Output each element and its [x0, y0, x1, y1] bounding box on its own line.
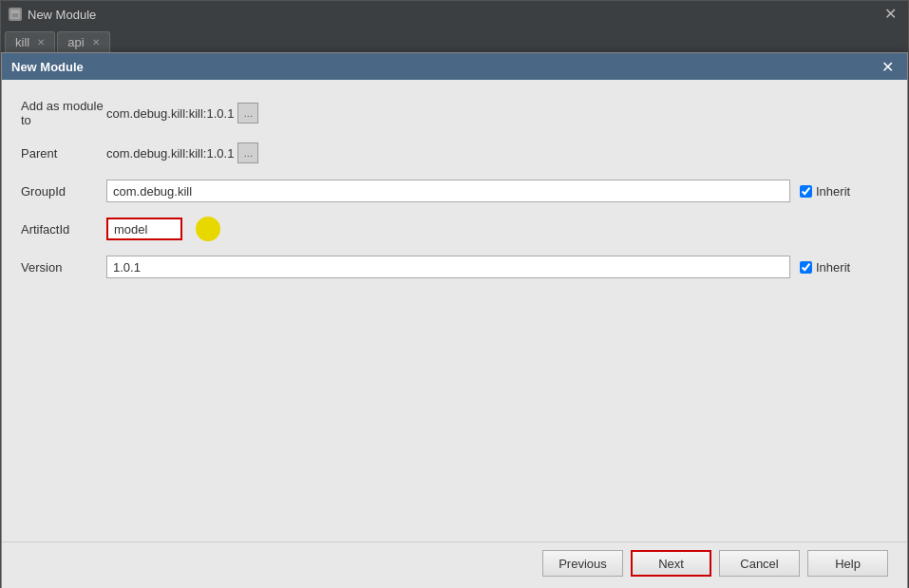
groupid-row: GroupId Inherit	[21, 179, 888, 203]
parent-value: com.debug.kill:kill:1.0.1	[106, 146, 234, 161]
groupid-label: GroupId	[21, 184, 106, 199]
tab-kill[interactable]: kill ✕	[5, 31, 55, 52]
parent-row: Parent com.debug.kill:kill:1.0.1 ...	[21, 141, 888, 165]
parent-browse-button[interactable]: ...	[237, 142, 258, 163]
add-as-module-label: Add as module to	[21, 99, 106, 127]
version-inherit-checkbox[interactable]	[800, 261, 812, 274]
add-as-module-row: Add as module to com.debug.kill:kill:1.0…	[21, 99, 888, 127]
new-module-dialog: New Module ✕ Add as module to com.debug.…	[1, 52, 908, 588]
dialog-title-bar: New Module ✕	[2, 53, 907, 80]
artifactid-input[interactable]	[106, 218, 182, 240]
parent-value-group: com.debug.kill:kill:1.0.1 ...	[106, 142, 888, 163]
add-as-module-value: com.debug.kill:kill:1.0.1	[106, 106, 234, 121]
tab-api-label: api	[67, 35, 84, 49]
version-inherit-group: Inherit	[800, 260, 850, 275]
dialog-close-button[interactable]: ✕	[878, 58, 898, 76]
next-button[interactable]: Next	[631, 550, 711, 577]
title-bar: New Module ✕	[1, 1, 908, 28]
svg-rect-1	[12, 11, 18, 13]
tab-bar: kill ✕ api ✕	[1, 28, 908, 52]
window-title: New Module	[28, 8, 96, 22]
artifactid-label: ArtifactId	[21, 222, 106, 237]
tab-api-close[interactable]: ✕	[92, 37, 100, 47]
version-inherit-label: Inherit	[816, 260, 850, 275]
close-button[interactable]: ✕	[881, 7, 900, 22]
tab-kill-label: kill	[15, 35, 29, 49]
groupid-input[interactable]	[106, 180, 790, 202]
dialog-overlay: New Module ✕ Add as module to com.debug.…	[1, 52, 908, 587]
version-row: Version Inherit	[21, 255, 888, 279]
groupid-inherit-group: Inherit	[800, 184, 850, 199]
window-icon	[9, 8, 22, 21]
add-as-module-browse-button[interactable]: ...	[237, 103, 258, 123]
version-label: Version	[21, 260, 106, 275]
groupid-input-group: Inherit	[106, 180, 888, 202]
help-button[interactable]: Help	[807, 550, 888, 577]
artifactid-input-wrapper	[106, 218, 182, 240]
add-as-module-value-group: com.debug.kill:kill:1.0.1 ...	[106, 103, 888, 123]
dialog-title: New Module	[11, 60, 84, 74]
cancel-button[interactable]: Cancel	[719, 550, 800, 577]
dialog-footer: Previous Next Cancel Help	[2, 541, 907, 588]
dialog-content: Add as module to com.debug.kill:kill:1.0…	[2, 80, 907, 541]
groupid-inherit-label: Inherit	[816, 184, 850, 199]
title-bar-left: New Module	[9, 8, 96, 22]
version-input[interactable]	[106, 256, 790, 278]
version-input-group: Inherit	[106, 256, 888, 278]
dialog-spacer	[21, 293, 888, 532]
main-window: New Module ✕ kill ✕ api ✕ New Module ✕ A…	[0, 0, 909, 588]
previous-button[interactable]: Previous	[542, 550, 623, 577]
tab-kill-close[interactable]: ✕	[37, 37, 45, 47]
cursor-highlight	[196, 217, 220, 241]
tab-api[interactable]: api ✕	[57, 31, 109, 52]
artifactid-row: ArtifactId	[21, 217, 888, 241]
groupid-inherit-checkbox[interactable]	[800, 185, 812, 198]
parent-label: Parent	[21, 146, 106, 161]
